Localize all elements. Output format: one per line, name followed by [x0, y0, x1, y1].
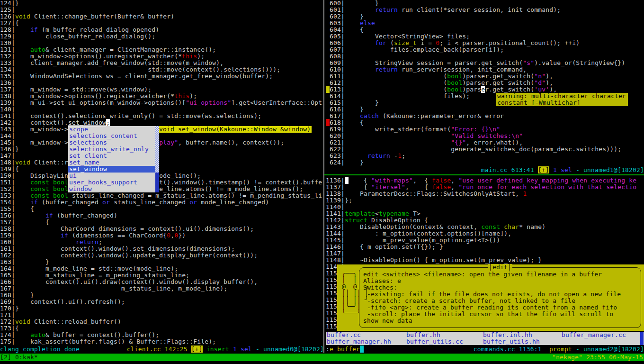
text-segment: 1141|: [326, 210, 345, 217]
completion-item[interactable]: selections_content: [68, 133, 159, 139]
menu-item[interactable]: buffer_utils.hh: [483, 338, 540, 345]
completion-scrollbar[interactable]: [155, 126, 159, 192]
text-segment: struct: [345, 217, 367, 224]
code-line: 135| WindowAndSelections ws = client_man…: [0, 73, 324, 80]
text-segment: "n": [534, 73, 546, 80]
text-segment: "Valid switches:\n": [451, 132, 523, 139]
text-segment: }: [345, 99, 379, 106]
text-segment: 150|: [0, 172, 15, 179]
command-prompt[interactable]: :e buffer: [326, 346, 364, 353]
scrollbar-thumb[interactable]: [155, 173, 159, 192]
text-segment: 1: [523, 190, 527, 197]
code-line: 167| m_status_line, m_mode_line);: [0, 285, 324, 292]
completion-item[interactable]: set_client: [68, 153, 159, 159]
completion-item[interactable]: window: [68, 186, 159, 192]
text-segment: 1144|: [326, 230, 345, 237]
code-line: 153| const bool status_line_changed = m_…: [0, 192, 324, 199]
cursor: ;: [106, 119, 110, 126]
text-segment: [49, 179, 53, 186]
text-segment: files);: [345, 92, 470, 100]
completion-item[interactable]: selections: [68, 139, 159, 146]
menu-item[interactable]: buffer.inl.hh: [483, 332, 532, 338]
help-popup-title: ┤edit├: [488, 264, 512, 271]
text-segment: "with-maps": [371, 177, 413, 184]
code-line: 150| DisplayLin ode_line();: [0, 173, 324, 179]
text-segment: bool: [447, 79, 462, 86]
code-line: 124|}: [0, 0, 324, 7]
text-segment: 171|: [0, 311, 15, 318]
text-segment: kak_assert(buffer.flags() & Buffer::Flag…: [15, 338, 216, 345]
text-segment: 614|: [326, 92, 345, 100]
completion-item[interactable]: set_name: [68, 159, 159, 166]
text-segment: : m_option(context.options()[name]),: [345, 230, 511, 237]
code-line: 129| close_buffer_reload_dialog();: [0, 33, 324, 40]
text-segment: write_stderr(format(: [345, 126, 451, 133]
text-segment: }: [15, 0, 19, 7]
tmux-window-list[interactable]: [2] 0:kak*: [0, 354, 38, 361]
code-line: 127|{: [0, 20, 324, 27]
code-line: 1137| { "itersel", { false, "run once fo…: [326, 184, 644, 191]
pane-divider-horizontal[interactable]: [324, 174, 644, 175]
cursor: [360, 346, 364, 353]
completion-item[interactable]: ui: [68, 173, 159, 179]
menu-item[interactable]: buffer_utils.cc: [406, 338, 463, 345]
text-segment: bool: [447, 86, 462, 93]
text-segment: [15, 199, 30, 206]
completion-item[interactable]: user_hooks_support: [68, 179, 159, 186]
text-segment: client.cc 142:25: [127, 346, 191, 353]
text-segment: [345, 152, 367, 159]
text-segment: { m_option.set(T{}); }: [345, 243, 443, 250]
text-segment: void: [15, 318, 30, 325]
text-segment: insert: [203, 346, 233, 353]
text-segment: 169|: [0, 298, 15, 305]
text-segment: 174|: [0, 331, 15, 338]
menu-scrollbar[interactable]: [640, 332, 644, 345]
editor-pane-commands-cc: 1136| { "with-maps", { false, "use user …: [326, 177, 644, 346]
menu-item[interactable]: buffer.hh: [406, 332, 440, 338]
code-line: 1142|struct DisableOption {: [326, 217, 644, 224]
text-segment: "Error: {}\n": [451, 126, 500, 133]
code-line: 161| context().window().set_dimensions(d…: [0, 246, 324, 252]
text-segment: return: [375, 66, 398, 73]
pane-divider-vertical[interactable]: [323, 0, 324, 353]
text-segment: 155|: [0, 205, 15, 212]
text-segment: }: [15, 258, 49, 265]
text-segment: Client::reload_buffer(): [30, 318, 121, 325]
code-line: 618| {: [326, 119, 644, 126]
completion-item[interactable]: set_window: [68, 166, 159, 173]
text-segment: status_line_changed = m_status_line.atom…: [68, 192, 322, 199]
menu-item[interactable]: buffer.cc: [327, 332, 361, 338]
code-line: 600| }: [326, 0, 644, 7]
menu-item[interactable]: buffer_manager.hh: [327, 338, 391, 345]
text-segment: (: [345, 86, 447, 93]
text-segment: [15, 46, 30, 53]
code-line: 132| m_window->options().unregister_watc…: [0, 53, 324, 60]
text-segment: );: [189, 92, 197, 100]
text-segment: return: [367, 152, 390, 159]
text-segment: 137|: [0, 86, 15, 93]
completion-item[interactable]: selections_write_only: [68, 146, 159, 153]
text-segment: 1146|: [326, 243, 345, 250]
text-segment: 1143|: [326, 223, 345, 230]
completion-item[interactable]: scope: [68, 126, 159, 133]
text-segment: CharCoord dimensions = context().ui().di…: [15, 225, 254, 232]
clang-warning-tooltip: warning: multi-character character const…: [496, 93, 628, 106]
text-segment: template: [345, 210, 375, 217]
text-segment: context().selections_write_only() = std:…: [15, 112, 261, 119]
text-segment: mode_line_changed): [197, 199, 269, 206]
text-segment: context().: [15, 119, 68, 126]
text-segment: 175|: [0, 338, 15, 345]
code-line: 168| }: [0, 292, 324, 299]
code-line: 1148| ~DisableOption() { m_option.set(m_…: [326, 257, 644, 264]
status-position: commands.cc 1136:1 prompt - unnamed2@[18…: [474, 346, 644, 353]
status-bar-right-top: main.cc 613:41 [+] 1 sel - unnamed1@[182…: [326, 167, 644, 173]
code-line: 160| return;: [0, 239, 324, 246]
text-segment: 603|: [326, 19, 345, 27]
text-segment: if: [30, 199, 38, 206]
menu-item[interactable]: buffer_manager.cc: [562, 332, 626, 338]
text-segment: }: [345, 159, 364, 166]
tmux-session-info: "nekage" 23:55 06-May-15: [552, 354, 644, 361]
text-segment: 151|: [0, 179, 15, 186]
code-line: 1144| : m_option(context.options()[name]…: [326, 230, 644, 237]
text-segment: false: [432, 177, 451, 184]
